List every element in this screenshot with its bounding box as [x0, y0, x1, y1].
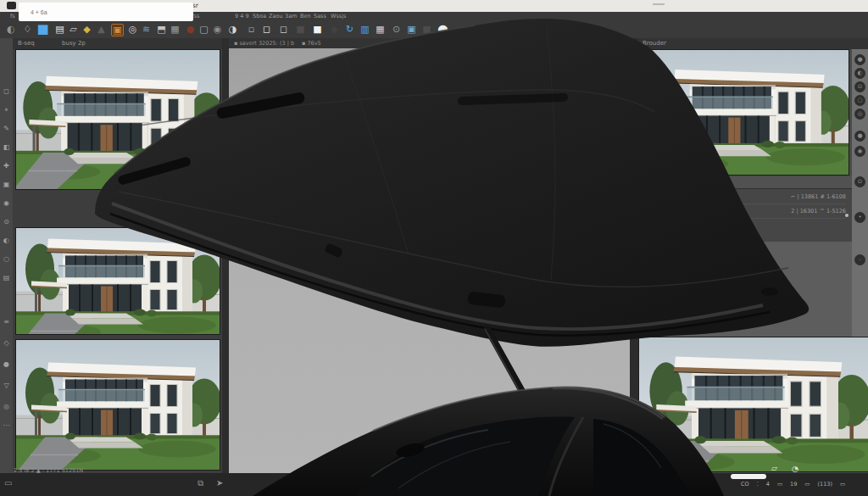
right-strip-icon-7[interactable]: ◉: [854, 146, 865, 157]
color-swatch-blue[interactable]: ■: [37, 24, 48, 35]
option-item[interactable]: Sass: [314, 13, 326, 20]
document-tab-2[interactable]: busy 2p: [62, 40, 86, 47]
opt-frame-small-icon[interactable]: ▫: [246, 24, 257, 35]
tool-layers-icon[interactable]: ▤: [54, 24, 65, 35]
menubar-dash: [653, 3, 665, 5]
tool-sphere-icon[interactable]: ◐: [5, 24, 16, 35]
right-strip-icon-5[interactable]: ◎: [854, 109, 865, 120]
strip-ball-icon[interactable]: ●: [0, 360, 13, 368]
right-strip-icon-8[interactable]: ⊙: [854, 176, 865, 187]
strip-dot-icon[interactable]: ⊙: [0, 218, 13, 226]
properties-header: sdzci #p: [638, 176, 852, 189]
app-logo-icon[interactable]: [7, 2, 16, 9]
tool-red-sphere-icon[interactable]: ●: [185, 24, 196, 35]
strip-gem-icon[interactable]: ◇: [0, 339, 13, 347]
opt-blob-icon[interactable]: ⬤: [437, 24, 448, 35]
tool-grid-icon[interactable]: ▦: [170, 24, 181, 35]
right-strip-icon-2[interactable]: ◐: [854, 68, 865, 79]
opt-fill-dark-icon[interactable]: ■: [295, 24, 306, 35]
option-item[interactable]: fs: [10, 13, 15, 20]
strip-plus-icon[interactable]: ✚: [0, 162, 13, 170]
tray-item[interactable]: (113): [817, 481, 832, 488]
tray-item[interactable]: ▭: [840, 481, 845, 488]
tray-item[interactable]: 4: [766, 481, 770, 488]
tool-camera-icon[interactable]: ▣: [111, 24, 124, 36]
option-item[interactable]: Sboa: [253, 13, 266, 20]
house-render-3[interactable]: [15, 339, 220, 471]
right-strip-icon-9[interactable]: •: [854, 212, 865, 223]
properties-title: sdzci #p: [670, 179, 694, 186]
strip-frame-icon[interactable]: ▣: [0, 181, 13, 188]
opt-board-icon[interactable]: ▦: [375, 24, 386, 35]
tool-dial-icon[interactable]: ◉: [212, 24, 223, 35]
tray-item[interactable]: ▭: [777, 481, 782, 488]
right-strip-icon-4[interactable]: ○: [854, 95, 865, 106]
left-document-tabs: B-seqbusy 2p: [13, 38, 222, 49]
opt-fill-white-icon[interactable]: ■: [312, 24, 323, 35]
tool-shape-icon[interactable]: ♢: [22, 24, 33, 35]
clock-white-icon[interactable]: ◔: [792, 465, 798, 473]
strip-moon-icon[interactable]: ◐: [0, 237, 13, 244]
strip-marquee-icon[interactable]: ◻: [0, 87, 13, 95]
option-item[interactable]: Ben: [300, 13, 311, 20]
strip-rows-icon[interactable]: ▤: [0, 274, 13, 281]
house-render-graphic: [16, 50, 220, 189]
tool-mountain-icon[interactable]: ▲: [96, 24, 107, 35]
option-item[interactable]: 9 4 9: [235, 13, 249, 20]
props-handle-dot[interactable]: [845, 214, 849, 217]
folder-white-icon[interactable]: ▱: [771, 464, 777, 472]
right-strip-icon-6[interactable]: ●: [854, 131, 865, 142]
option-item[interactable]: Zaou: [269, 13, 283, 20]
panel-divider-right[interactable]: [630, 38, 638, 496]
house-render-graphic: [16, 340, 220, 470]
tool-wave-icon[interactable]: ≋: [141, 24, 152, 35]
opt-frame-icon[interactable]: ◻: [278, 24, 289, 35]
opt-sync-blue-icon[interactable]: ↻: [344, 24, 355, 35]
strip-half-icon[interactable]: ◧: [0, 143, 13, 151]
house-render-5[interactable]: [638, 337, 868, 472]
strip-tri-icon[interactable]: ▽: [0, 382, 13, 389]
tool-brush-yellow-icon[interactable]: ◆: [81, 24, 92, 35]
right-panel-tab[interactable]: Brouder: [643, 40, 666, 47]
right-strip-icon-1[interactable]: ●: [854, 54, 865, 65]
tray-item[interactable]: 19: [790, 481, 797, 488]
house-render-1[interactable]: [15, 49, 220, 190]
opt-diamond-icon[interactable]: ◆: [329, 24, 340, 35]
launcher-icon[interactable]: ▭: [4, 478, 12, 488]
strip-target-icon[interactable]: ⌖: [0, 106, 13, 114]
panel-divider-left[interactable]: [222, 38, 229, 496]
search-input[interactable]: [19, 3, 193, 21]
strip-orb-icon[interactable]: ◎: [0, 403, 13, 410]
strip-ring-icon[interactable]: ○: [0, 255, 13, 263]
right-strip-icon-10[interactable]: ◦: [854, 254, 865, 265]
properties-panel: sdzci #p ⌐ | 13861 # 1-61082 | 16301 ™ 1…: [638, 176, 852, 242]
house-render-graphic: [639, 337, 868, 471]
opt-fill-gray-icon[interactable]: ■: [421, 24, 432, 35]
opt-pen-icon[interactable]: ◑: [227, 24, 238, 35]
tool-folder-icon[interactable]: ▱: [68, 24, 79, 35]
opt-info-icon[interactable]: ⊙: [391, 24, 402, 35]
strip-dial-icon[interactable]: ◉: [0, 199, 13, 207]
tool-bucket-icon[interactable]: ⬒: [156, 24, 167, 35]
opt-frame-bar-icon[interactable]: ◻: [261, 24, 272, 35]
opt-grid-blue-icon[interactable]: ▥: [359, 24, 370, 35]
option-item[interactable]: Wssjs: [331, 13, 346, 20]
house-render-2[interactable]: [15, 227, 220, 335]
house-render-4[interactable]: [642, 49, 849, 176]
clipboard-icon[interactable]: ⧉: [198, 478, 203, 488]
tray-item[interactable]: ▭: [804, 481, 810, 488]
strip-menu-icon[interactable]: ≡: [0, 318, 13, 326]
tray-item[interactable]: ⁚: [757, 481, 759, 488]
document-tab-1[interactable]: B-seq: [18, 40, 35, 47]
strip-more-icon[interactable]: ⋯: [0, 421, 13, 429]
system-tray: CO⁚4▭19▭(113)▭: [741, 476, 866, 492]
strip-pen-icon[interactable]: ✎: [0, 125, 13, 132]
option-item[interactable]: 3am: [285, 13, 297, 20]
tray-item[interactable]: CO: [741, 481, 749, 488]
send-icon[interactable]: ➤: [216, 478, 223, 488]
tool-blank-icon[interactable]: ▢: [198, 24, 209, 35]
main-canvas[interactable]: [229, 48, 630, 496]
right-strip-icon-3[interactable]: ⊙: [854, 81, 865, 92]
opt-photo-blue-icon[interactable]: ▣: [406, 24, 417, 35]
tool-globe-icon[interactable]: ◎: [127, 24, 138, 35]
